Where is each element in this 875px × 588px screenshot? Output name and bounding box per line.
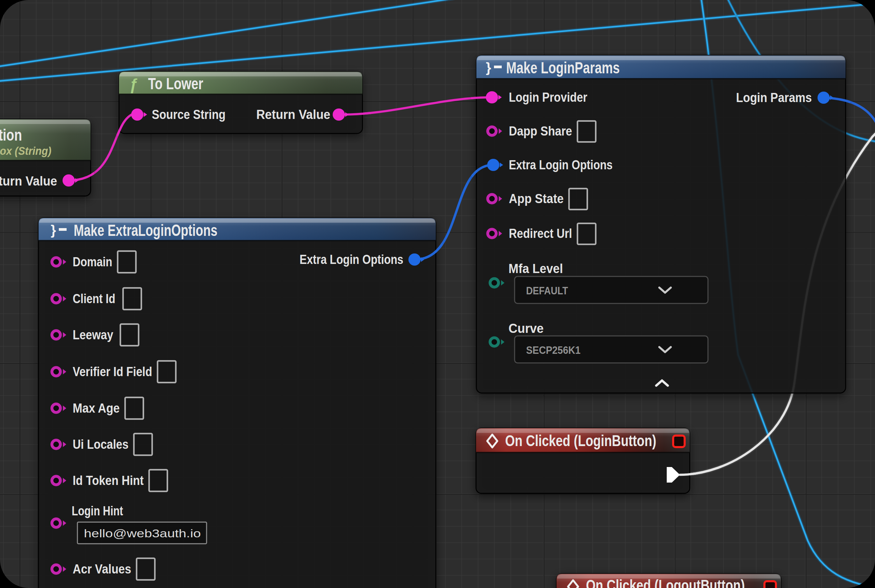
- svg-text:Curve: Curve: [508, 321, 544, 336]
- svg-text:To Lower: To Lower: [148, 75, 203, 93]
- svg-text:SECP256K1: SECP256K1: [526, 344, 580, 356]
- svg-text:Extra Login Options: Extra Login Options: [509, 158, 613, 172]
- svg-text:Get Selected Option: Get Selected Option: [0, 126, 22, 144]
- svg-text:}: }: [486, 60, 491, 75]
- svg-text:hello@web3auth.io: hello@web3auth.io: [84, 527, 201, 540]
- svg-text:Redirect Url: Redirect Url: [509, 226, 572, 241]
- svg-text:Leeway: Leeway: [73, 328, 113, 342]
- svg-text:Source String: Source String: [152, 108, 226, 122]
- svg-text:Return Value: Return Value: [256, 108, 330, 122]
- svg-text:Login Params: Login Params: [736, 91, 812, 105]
- svg-text:On Clicked (LoginButton): On Clicked (LoginButton): [505, 432, 656, 450]
- svg-text:ƒ: ƒ: [129, 76, 138, 93]
- svg-text:Make ExtraLoginOptions: Make ExtraLoginOptions: [74, 221, 217, 239]
- svg-text:Client Id: Client Id: [73, 292, 115, 306]
- svg-text:Return Value: Return Value: [0, 174, 57, 188]
- svg-text:On Clicked (LogoutButton): On Clicked (LogoutButton): [586, 576, 745, 588]
- svg-text:Acr Values: Acr Values: [73, 562, 131, 576]
- svg-text:Domain: Domain: [73, 255, 112, 269]
- svg-text:Login Provider: Login Provider: [509, 90, 587, 104]
- svg-text:Make LoginParams: Make LoginParams: [506, 59, 620, 77]
- svg-text:Ui Locales: Ui Locales: [73, 437, 128, 452]
- svg-text:Id Token Hint: Id Token Hint: [73, 474, 144, 488]
- svg-text:Dapp Share: Dapp Share: [509, 124, 572, 138]
- svg-text:DEFAULT: DEFAULT: [526, 285, 568, 297]
- svg-text:Extra Login Options: Extra Login Options: [299, 252, 403, 267]
- svg-text:}: }: [51, 223, 56, 238]
- svg-text:Verifier Id Field: Verifier Id Field: [73, 364, 152, 379]
- svg-text:Login Hint: Login Hint: [72, 504, 123, 518]
- svg-text:Max Age: Max Age: [73, 401, 120, 416]
- svg-text:Mfa Level: Mfa Level: [508, 261, 563, 276]
- svg-text:App State: App State: [509, 192, 564, 206]
- svg-text:Combo Box (String): Combo Box (String): [0, 144, 51, 157]
